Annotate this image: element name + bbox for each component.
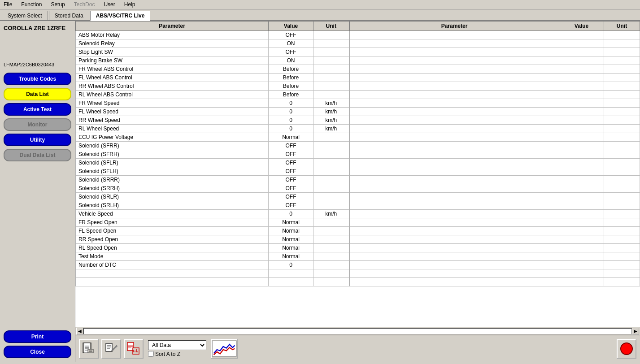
- cell-param2-22: [350, 218, 559, 227]
- main-layout: COROLLA ZRE 1ZRFE LFMAP22C6B0320443 Trou…: [0, 21, 640, 362]
- cell-param2-21: [350, 210, 559, 218]
- menu-techdoc[interactable]: TechDoc: [72, 1, 97, 8]
- tab-abs-live[interactable]: ABS/VSC/TRC Live: [90, 11, 151, 21]
- cell-unit2-26: [604, 252, 640, 261]
- cell-unit2-16: [604, 167, 640, 176]
- toolbar-btn-export[interactable]: [124, 339, 144, 359]
- svg-marker-13: [112, 345, 118, 351]
- cell-param-12: ECU IG Power Voltage: [76, 133, 269, 142]
- cell-param-13: Solenoid (SFRR): [76, 142, 269, 150]
- cell-value2-25: [559, 244, 604, 252]
- cell-value-7: Before: [269, 91, 313, 99]
- scroll-left-arrow[interactable]: ◀: [76, 328, 83, 335]
- menu-function[interactable]: Function: [19, 1, 44, 8]
- cell-unit-9: km/h: [313, 108, 349, 116]
- cell-param2-19: [350, 193, 559, 201]
- cell-param-15: Solenoid (SFLR): [76, 159, 269, 167]
- cell-unit-11: km/h: [313, 125, 349, 133]
- cell-value2-9: [559, 108, 604, 116]
- cell-value-5: Before: [269, 74, 313, 82]
- cell-param2-10: [350, 116, 559, 125]
- cell-param2-25: [350, 244, 559, 252]
- col-header-value2: Value: [559, 22, 604, 31]
- cell-param2-1: [350, 39, 559, 48]
- cell-value2-15: [559, 159, 604, 167]
- table-row: FR Wheel Speed0km/h: [76, 99, 640, 108]
- utility-button[interactable]: Utility: [4, 134, 71, 146]
- cell-param2-0: [350, 31, 559, 39]
- cell-value2-19: [559, 193, 604, 201]
- table-row: RL Wheel Speed0km/h: [76, 125, 640, 133]
- table-row: RL Speed OpenNormal: [76, 244, 640, 252]
- table-row: Test ModeNormal: [76, 252, 640, 261]
- cell-unit2-14: [604, 150, 640, 159]
- cell-param2-26: [350, 252, 559, 261]
- cell-param-18: Solenoid (SRRH): [76, 184, 269, 193]
- cell-unit2-15: [604, 159, 640, 167]
- chart-button[interactable]: [211, 339, 238, 359]
- sort-checkbox-group: Sort A to Z: [148, 351, 206, 357]
- print-button[interactable]: Print: [4, 330, 71, 343]
- toolbar-btn-list[interactable]: [79, 339, 99, 359]
- tab-stored-data[interactable]: Stored Data: [49, 11, 89, 20]
- cell-param-4: FR Wheel ABS Control: [76, 65, 269, 74]
- cell-value2-5: [559, 74, 604, 82]
- tab-system-select[interactable]: System Select: [2, 11, 48, 20]
- menu-user[interactable]: User: [102, 1, 117, 8]
- trouble-codes-button[interactable]: Trouble Codes: [4, 73, 71, 85]
- cell-param-23: FL Speed Open: [76, 227, 269, 235]
- cell-unit-10: km/h: [313, 116, 349, 125]
- cell-value-6: Before: [269, 82, 313, 91]
- menu-help[interactable]: Help: [122, 1, 137, 8]
- table-row: Solenoid (SRRH)OFF: [76, 184, 640, 193]
- cell-value2-12: [559, 133, 604, 142]
- cell-param-1: Solenoid Relay: [76, 39, 269, 48]
- toolbar-btn-edit[interactable]: [101, 339, 121, 359]
- table-row: RR Wheel ABS ControlBefore: [76, 82, 640, 91]
- cell-unit2-18: [604, 184, 640, 193]
- cell-value-17: OFF: [269, 176, 313, 184]
- sort-az-label: Sort A to Z: [155, 351, 180, 357]
- close-button[interactable]: Close: [4, 346, 71, 358]
- scroll-right-arrow[interactable]: ▶: [632, 328, 639, 335]
- table-row: Stop Light SWOFF: [76, 48, 640, 56]
- cell-value2-27: [559, 261, 604, 269]
- cell-value2-10: [559, 116, 604, 125]
- cell-param2-29: [350, 278, 559, 286]
- svg-rect-6: [88, 349, 93, 353]
- data-table-wrapper[interactable]: Parameter Value Unit Parameter Value Uni…: [75, 21, 640, 327]
- cell-value2-28: [559, 269, 604, 278]
- active-test-button[interactable]: Active Test: [4, 103, 71, 116]
- cell-value-9: 0: [269, 108, 313, 116]
- cell-unit2-10: [604, 116, 640, 125]
- cell-param-29: [76, 278, 269, 286]
- cell-unit-15: [313, 159, 349, 167]
- tab-bar: System Select Stored Data ABS/VSC/TRC Li…: [0, 9, 640, 21]
- cell-value2-2: [559, 48, 604, 56]
- data-filter-dropdown[interactable]: All Data Option 1 Option 2: [148, 340, 206, 350]
- cell-unit-28: [313, 269, 349, 278]
- cell-value-20: OFF: [269, 201, 313, 210]
- cell-param2-20: [350, 201, 559, 210]
- menu-setup[interactable]: Setup: [49, 1, 66, 8]
- cell-param-20: Solenoid (SRLH): [76, 201, 269, 210]
- cell-value2-23: [559, 227, 604, 235]
- record-button[interactable]: [617, 339, 636, 359]
- cell-unit-8: km/h: [313, 99, 349, 108]
- cell-value-4: Before: [269, 65, 313, 74]
- cell-param2-2: [350, 48, 559, 56]
- cell-unit2-22: [604, 218, 640, 227]
- sort-az-checkbox[interactable]: [148, 351, 154, 357]
- cell-value2-22: [559, 218, 604, 227]
- horizontal-scrollbar[interactable]: ◀ ▶: [75, 327, 640, 335]
- data-list-button[interactable]: Data List: [4, 88, 71, 100]
- table-row: FL Wheel ABS ControlBefore: [76, 74, 640, 82]
- cell-value-14: OFF: [269, 150, 313, 159]
- menu-file[interactable]: File: [2, 1, 14, 8]
- cell-unit-26: [313, 252, 349, 261]
- table-row: FL Wheel Speed0km/h: [76, 108, 640, 116]
- cell-unit2-24: [604, 235, 640, 244]
- cell-param-10: RR Wheel Speed: [76, 116, 269, 125]
- scroll-track[interactable]: [83, 328, 632, 334]
- cell-param2-14: [350, 150, 559, 159]
